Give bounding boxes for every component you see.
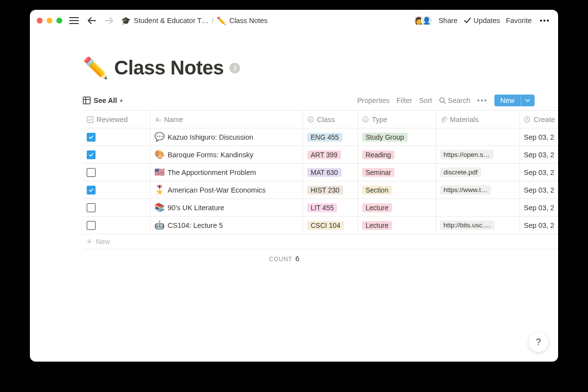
- cell-type[interactable]: Study Group: [358, 128, 436, 146]
- cell-class[interactable]: MAT 630: [303, 164, 358, 181]
- material-chip[interactable]: https://open.s…: [440, 150, 493, 159]
- cell-materials[interactable]: [436, 199, 520, 216]
- class-tag: ART 399: [307, 150, 341, 159]
- row-emoji-icon: 🇺🇸: [154, 167, 165, 177]
- cell-class[interactable]: HIST 230: [303, 181, 358, 198]
- table-row[interactable]: 🇺🇸 The Apportionment Problem MAT 630 Sem…: [83, 164, 558, 181]
- cell-name[interactable]: 🤖 CS104: Lecture 5: [150, 217, 303, 234]
- svg-point-6: [308, 117, 314, 122]
- cell-type[interactable]: Section: [358, 181, 436, 198]
- more-icon[interactable]: [538, 15, 551, 26]
- svg-rect-5: [87, 117, 93, 122]
- minimize-window-button[interactable]: [47, 18, 52, 24]
- forward-button[interactable]: [103, 15, 115, 26]
- properties-button[interactable]: Properties: [357, 97, 390, 104]
- column-header-materials[interactable]: Materials: [436, 111, 520, 128]
- maximize-window-button[interactable]: [56, 18, 62, 24]
- cell-type[interactable]: Lecture: [358, 217, 436, 234]
- breadcrumb-separator: /: [212, 17, 214, 24]
- new-button-dropdown[interactable]: [520, 95, 535, 106]
- info-icon[interactable]: i: [229, 63, 240, 74]
- cell-created: Sep 03, 2: [520, 217, 558, 234]
- material-chip[interactable]: http://bits.usc.…: [440, 220, 494, 230]
- sort-button[interactable]: Sort: [419, 97, 432, 104]
- cell-class[interactable]: CSCI 104: [303, 217, 358, 234]
- cell-name[interactable]: 🇺🇸 The Apportionment Problem: [150, 164, 303, 181]
- cell-name[interactable]: 📚 90's UK Literature: [150, 199, 303, 216]
- cell-created: Sep 03, 2: [520, 146, 558, 163]
- table-row[interactable]: 💬 Kazuo Ishiguro: Discussion ENG 455 Stu…: [83, 128, 558, 146]
- type-tag: Reading: [362, 150, 394, 159]
- type-tag: Lecture: [362, 203, 392, 212]
- breadcrumb-label: Class Notes: [229, 17, 268, 24]
- column-header-name[interactable]: Name: [150, 111, 303, 128]
- row-emoji-icon: 📚: [154, 202, 165, 213]
- view-more-icon[interactable]: •••: [477, 97, 488, 104]
- updates-button[interactable]: Updates: [464, 17, 500, 24]
- cell-created: Sep 03, 2: [520, 181, 558, 198]
- reviewed-checkbox[interactable]: [87, 168, 96, 177]
- column-header-type[interactable]: Type: [358, 111, 436, 128]
- table-row[interactable]: 📚 90's UK Literature LIT 455 Lecture Sep…: [83, 199, 558, 217]
- cell-type[interactable]: Seminar: [358, 164, 436, 181]
- svg-point-0: [540, 20, 542, 22]
- page-title[interactable]: Class Notes: [114, 57, 223, 79]
- cell-class[interactable]: ENG 455: [303, 128, 358, 146]
- cell-name[interactable]: 🎨 Baroque Forms: Kandinsky: [150, 146, 303, 163]
- class-tag: MAT 630: [307, 168, 342, 177]
- new-button-main[interactable]: New: [494, 95, 520, 106]
- column-header-class[interactable]: Class: [303, 111, 358, 128]
- select-icon: [307, 116, 314, 123]
- view-selector[interactable]: See All ▾: [83, 97, 122, 104]
- row-name-text: American Post-War Economics: [168, 186, 266, 194]
- column-header-reviewed[interactable]: Reviewed: [83, 111, 150, 128]
- material-chip[interactable]: https://www.t…: [440, 185, 491, 195]
- table-row[interactable]: 🤖 CS104: Lecture 5 CSCI 104 Lecture http…: [83, 217, 558, 234]
- breadcrumb-label: Student & Educator T…: [134, 17, 209, 24]
- reviewed-checkbox[interactable]: [87, 221, 96, 230]
- cell-class[interactable]: LIT 455: [303, 199, 358, 216]
- page-emoji[interactable]: ✏️: [83, 56, 108, 80]
- cell-materials[interactable]: [436, 128, 520, 146]
- cell-name[interactable]: 🎖️ American Post-War Economics: [150, 181, 303, 198]
- cell-materials[interactable]: https://open.s…: [436, 146, 520, 163]
- cell-materials[interactable]: discrete.pdf: [436, 164, 520, 181]
- table-row[interactable]: 🎨 Baroque Forms: Kandinsky ART 399 Readi…: [83, 146, 558, 164]
- clock-icon: [524, 116, 531, 123]
- cell-created: Sep 03, 2: [520, 128, 558, 146]
- new-button: New: [494, 95, 535, 106]
- add-row-label: New: [96, 238, 110, 245]
- material-chip[interactable]: discrete.pdf: [440, 168, 481, 177]
- filter-button[interactable]: Filter: [396, 97, 412, 104]
- cell-reviewed: [83, 181, 150, 198]
- reviewed-checkbox[interactable]: [87, 133, 96, 142]
- help-button[interactable]: ?: [529, 332, 548, 352]
- share-button[interactable]: Share: [439, 17, 458, 24]
- breadcrumb-item-parent[interactable]: 🎓 Student & Educator T…: [121, 16, 209, 25]
- cell-type[interactable]: Lecture: [358, 199, 436, 216]
- breadcrumb-item-current[interactable]: ✏️ Class Notes: [217, 16, 268, 25]
- column-label: Create: [534, 116, 555, 123]
- add-row-button[interactable]: + New: [83, 234, 558, 249]
- cell-class[interactable]: ART 399: [303, 146, 358, 163]
- cell-materials[interactable]: https://www.t…: [436, 181, 520, 198]
- breadcrumb: 🎓 Student & Educator T… / ✏️ Class Notes: [121, 16, 268, 25]
- column-header-created[interactable]: Create: [520, 111, 558, 128]
- cell-materials[interactable]: http://bits.usc.…: [436, 217, 520, 234]
- favorite-button[interactable]: Favorite: [506, 17, 532, 24]
- search-button[interactable]: Search: [439, 97, 470, 104]
- view-label: See All: [94, 97, 117, 104]
- cell-type[interactable]: Reading: [358, 146, 436, 163]
- type-tag: Study Group: [362, 133, 408, 142]
- table-row[interactable]: 🎖️ American Post-War Economics HIST 230 …: [83, 181, 558, 199]
- avatar: 👤: [421, 15, 433, 26]
- menu-icon[interactable]: [68, 15, 80, 26]
- reviewed-checkbox[interactable]: [87, 150, 96, 159]
- cell-created: Sep 03, 2: [520, 199, 558, 216]
- reviewed-checkbox[interactable]: [87, 186, 96, 195]
- collaborator-avatars[interactable]: 👩 👤: [413, 15, 433, 26]
- close-window-button[interactable]: [37, 18, 43, 24]
- back-button[interactable]: [86, 15, 98, 26]
- cell-name[interactable]: 💬 Kazuo Ishiguro: Discussion: [150, 128, 303, 146]
- reviewed-checkbox[interactable]: [87, 203, 96, 212]
